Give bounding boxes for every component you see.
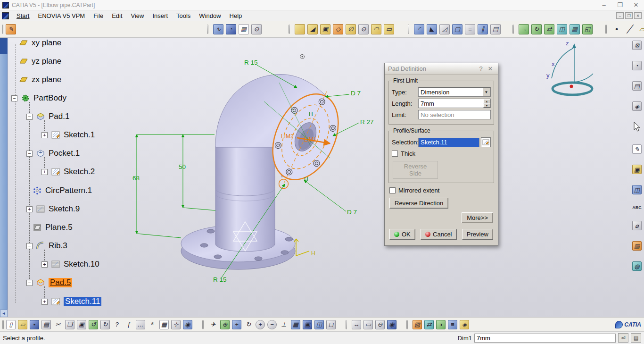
measure-item-icon[interactable] bbox=[363, 320, 373, 329]
graph-icon[interactable] bbox=[632, 101, 642, 111]
layers-icon[interactable] bbox=[448, 320, 457, 329]
mirrored-extent-checkbox[interactable]: Mirrored extent bbox=[389, 187, 493, 194]
limit-field[interactable]: No selection bbox=[418, 110, 491, 119]
line-icon[interactable] bbox=[624, 24, 635, 34]
zoom-out-icon[interactable] bbox=[267, 320, 277, 329]
selection-field[interactable]: Sketch.11 bbox=[418, 138, 479, 147]
mirror-icon[interactable] bbox=[557, 24, 567, 34]
dialog-help-icon[interactable]: ? bbox=[477, 65, 485, 72]
remove-face-icon[interactable] bbox=[490, 24, 501, 34]
measure-inertia-icon[interactable] bbox=[375, 320, 385, 329]
shaft-icon[interactable] bbox=[333, 24, 343, 34]
pipe-cylinder[interactable] bbox=[215, 146, 275, 252]
expand-icon[interactable] bbox=[41, 299, 48, 305]
help-icon[interactable] bbox=[112, 320, 122, 329]
cut-icon[interactable] bbox=[53, 320, 63, 329]
knowledge-icon[interactable] bbox=[460, 320, 469, 329]
expand-icon[interactable] bbox=[41, 169, 48, 175]
menu-start[interactable]: Start bbox=[12, 11, 33, 20]
part-design-icon[interactable] bbox=[632, 165, 642, 174]
doc-close-icon[interactable]: ✕ bbox=[634, 12, 642, 19]
dialog-close-icon[interactable]: ✕ bbox=[486, 65, 495, 72]
menu-help[interactable]: Help bbox=[225, 11, 247, 20]
sketch-analysis-icon[interactable] bbox=[213, 24, 223, 34]
menu-file[interactable]: File bbox=[89, 11, 107, 20]
doc-minimize-icon[interactable]: – bbox=[616, 12, 624, 19]
formula-icon[interactable] bbox=[124, 320, 133, 329]
fit-all-in-icon[interactable] bbox=[220, 320, 230, 329]
tree-item-rib3[interactable]: Rib.3 bbox=[26, 241, 67, 251]
hide-show-icon[interactable] bbox=[326, 320, 336, 329]
compass[interactable]: z x y bbox=[546, 40, 593, 95]
knowledge-browser-icon[interactable]: ▤ bbox=[631, 333, 641, 343]
close-button[interactable]: ✕ bbox=[628, 0, 644, 10]
expand-icon[interactable] bbox=[26, 206, 33, 212]
tree-item-sketch10[interactable]: Sketch.10 bbox=[41, 260, 99, 269]
comment-icon[interactable] bbox=[136, 320, 145, 329]
expand-icon[interactable] bbox=[41, 261, 48, 268]
axis-system-icon[interactable] bbox=[171, 320, 181, 329]
slot-icon[interactable] bbox=[384, 24, 394, 34]
magnifier-grid-icon[interactable] bbox=[251, 24, 262, 34]
translation-icon[interactable] bbox=[519, 24, 529, 34]
update-icon[interactable] bbox=[632, 41, 642, 50]
assembly-icon[interactable] bbox=[632, 185, 642, 194]
design-table-icon[interactable] bbox=[159, 320, 169, 329]
copy-icon[interactable] bbox=[65, 320, 74, 329]
spinner-arrows-icon[interactable]: ▲▼ bbox=[483, 99, 490, 108]
reverse-direction-button[interactable]: Reverse Direction bbox=[389, 198, 448, 209]
menu-enovia[interactable]: ENOVIA V5 VPM bbox=[33, 11, 89, 20]
toolbar-grip[interactable] bbox=[605, 25, 607, 34]
sketch-edit-icon[interactable] bbox=[481, 137, 491, 147]
scroll-left-arrow-icon[interactable]: ◄ bbox=[0, 310, 8, 317]
thickness-icon[interactable] bbox=[465, 24, 475, 34]
drafted-pad-icon[interactable] bbox=[307, 24, 318, 34]
toolbar-grip[interactable] bbox=[346, 320, 347, 329]
menu-insert[interactable]: Insert bbox=[148, 11, 172, 20]
toolbar-grip[interactable] bbox=[2, 320, 4, 329]
pad-icon[interactable] bbox=[295, 24, 305, 34]
tree-item-circpattern1[interactable]: CircPattern.1 bbox=[33, 186, 92, 195]
grid-icon[interactable] bbox=[239, 24, 249, 34]
dropdown-arrow-icon[interactable]: ▼ bbox=[482, 88, 490, 96]
save-icon[interactable] bbox=[30, 320, 39, 329]
edge-fillet-icon[interactable] bbox=[414, 24, 424, 34]
chamfer-icon[interactable] bbox=[427, 24, 437, 34]
normal-view-icon[interactable] bbox=[279, 320, 289, 329]
power-input-icon[interactable] bbox=[148, 320, 157, 329]
camera-icon[interactable] bbox=[387, 320, 396, 329]
tree-item-plane5[interactable]: Plane.5 bbox=[33, 223, 73, 232]
multi-view-icon[interactable] bbox=[291, 320, 300, 329]
measure-between-icon[interactable] bbox=[352, 320, 361, 329]
dim-d7-top[interactable]: D 7 bbox=[351, 90, 361, 97]
type-dropdown[interactable]: Dimension ▼ bbox=[418, 87, 491, 97]
sketcher-icon[interactable] bbox=[632, 144, 642, 154]
more-button[interactable]: More>> bbox=[462, 212, 493, 223]
paint-icon[interactable] bbox=[413, 320, 422, 329]
thread-icon[interactable] bbox=[478, 24, 488, 34]
tree-item-partbody[interactable]: PartBody bbox=[11, 93, 66, 103]
rotate-icon[interactable] bbox=[244, 320, 253, 329]
collapse-icon[interactable] bbox=[11, 95, 17, 101]
undo-icon[interactable] bbox=[89, 320, 98, 329]
tree-item-zx-plane[interactable]: zx plane bbox=[19, 75, 61, 84]
length-spinner[interactable]: 7mm ▲▼ bbox=[418, 99, 491, 108]
fly-mode-icon[interactable] bbox=[208, 320, 218, 329]
toolbar-grip[interactable] bbox=[2, 25, 3, 34]
catalog-icon[interactable] bbox=[183, 320, 192, 329]
swap-visible-icon[interactable] bbox=[424, 320, 434, 329]
menu-window[interactable]: Window bbox=[195, 11, 225, 20]
new-document-icon[interactable] bbox=[6, 320, 16, 329]
viewport-3d[interactable]: R 15 D 7 R 27 68 50 D 7 R 15 LIM2 LIM1 H… bbox=[0, 38, 644, 317]
redo-icon[interactable] bbox=[100, 320, 110, 329]
groove-icon[interactable] bbox=[346, 24, 356, 34]
menu-edit[interactable]: Edit bbox=[107, 11, 126, 20]
views-icon[interactable] bbox=[632, 61, 642, 70]
tree-item-pad5[interactable]: Pad.5 bbox=[26, 278, 72, 287]
text-annotation-icon[interactable]: ABC bbox=[632, 205, 642, 210]
dim-50[interactable]: 50 bbox=[179, 163, 186, 170]
paste-icon[interactable] bbox=[77, 320, 86, 329]
symmetry-icon[interactable] bbox=[544, 24, 554, 34]
rotation-icon[interactable] bbox=[531, 24, 542, 34]
rib-icon[interactable] bbox=[371, 24, 381, 34]
